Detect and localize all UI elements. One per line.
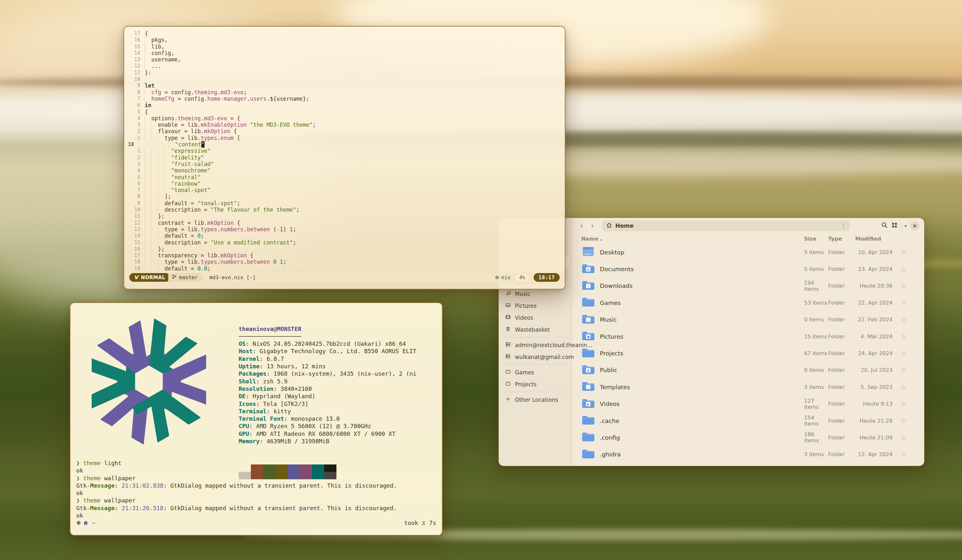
editor-line[interactable]: 4 options.theming.md3-evo = {: [124, 115, 565, 122]
column-modified[interactable]: Modified: [851, 236, 893, 242]
editor-line[interactable]: 10 description = "The flavour of the the…: [124, 207, 565, 213]
star-icon[interactable]: ☆: [893, 417, 915, 424]
file-row[interactable]: Desktop5 itemsFolder10. Apr 2024☆: [581, 244, 916, 261]
file-row[interactable]: ▤Documents5 itemsFolder23. Apr 2024☆: [581, 261, 916, 277]
file-row[interactable]: ♪Music0 itemsFolder22. Feb 2024☆: [581, 311, 916, 328]
grid-view-icon[interactable]: [891, 222, 897, 230]
file-row[interactable]: Games53 itemsFolder22. Apr 2024☆: [581, 294, 916, 311]
shell-input-line[interactable]: ❯: [76, 528, 436, 536]
editor-line[interactable]: 3 "fruit-salad": [124, 161, 565, 167]
editor-line[interactable]: 6 "rainbow": [124, 181, 565, 187]
editor-line[interactable]: 5{: [124, 109, 565, 115]
editor-line[interactable]: 11 };: [124, 213, 565, 219]
file-row[interactable]: ▢Templates3 itemsFolder5. Sep 2023☆: [581, 379, 916, 395]
editor-line[interactable]: 16 };: [124, 246, 565, 252]
star-icon[interactable]: ☆: [893, 332, 915, 340]
editor-line[interactable]: 5 "neutral": [124, 174, 565, 181]
palette-color: [324, 472, 336, 479]
terminal-window[interactable]: theaninova@MONSTER──────────────────OS: …: [70, 302, 442, 536]
file-row[interactable]: ♟Public0 itemsFolder20. Jul 2023☆: [581, 362, 916, 379]
star-icon[interactable]: ☆: [893, 400, 915, 408]
star-icon[interactable]: ☆: [893, 350, 915, 357]
editor-line[interactable]: 8 cfg = config.theming.md3-evo;: [124, 89, 565, 95]
fastfetch-output: theaninova@MONSTER──────────────────OS: …: [239, 310, 416, 494]
editor-line[interactable]: 2 flavour = lib.mkOption {: [124, 128, 565, 134]
editor-line[interactable]: 9 default = "tonal-spot";: [124, 200, 565, 207]
star-icon[interactable]: ☆: [893, 366, 915, 374]
editor-line[interactable]: 7 homeCfg = config.home-manager.users.${…: [124, 95, 565, 102]
file-row[interactable]: ↓Downloads194 itemsFolderHeute 20:36☆: [581, 278, 916, 294]
star-icon[interactable]: ☆: [893, 282, 915, 290]
star-icon[interactable]: ☆: [893, 265, 915, 273]
editor-line[interactable]: 10: [124, 76, 565, 82]
editor-line[interactable]: 19 default = 0.8;: [124, 265, 565, 272]
editor-code[interactable]: 17{16 pkgs,15 lib,14 config,13 username,…: [124, 27, 565, 273]
star-icon[interactable]: ☆: [893, 434, 915, 441]
search-icon[interactable]: [881, 222, 888, 230]
editor-line[interactable]: 1 type = lib.types.enum [: [124, 135, 565, 141]
file-row[interactable]: Projects67 itemsFolder24. Apr 2024☆: [581, 345, 916, 361]
palette-color: [275, 465, 287, 479]
file-row[interactable]: ▶Videos127 itemsFolderHeute 9:13☆: [581, 395, 916, 412]
editor-line[interactable]: 11}:: [124, 69, 565, 76]
file-name: Desktop: [597, 249, 804, 256]
editor-line[interactable]: 14 config,: [124, 50, 565, 56]
editor-line[interactable]: 2 "fidelity": [124, 154, 565, 161]
star-icon[interactable]: ☆: [893, 299, 915, 307]
column-size[interactable]: Size: [804, 236, 828, 242]
editor-line[interactable]: 15 lib,: [124, 44, 565, 50]
editor-line[interactable]: 6in: [124, 102, 565, 108]
editor-line[interactable]: 18 "content": [124, 141, 565, 148]
sidebar-item-other-locations[interactable]: Other Locations: [499, 394, 571, 406]
path-bar[interactable]: Home ⋮: [602, 220, 850, 231]
sidebar-item-label: Other Locations: [515, 397, 558, 403]
view-dropdown-icon[interactable]: ▾: [904, 224, 907, 228]
desktop-icon: [581, 246, 597, 258]
header-separator: [901, 222, 901, 229]
star-icon[interactable]: ☆: [893, 249, 915, 256]
column-type[interactable]: Type: [828, 236, 851, 242]
file-row[interactable]: .cache154 itemsFolderHeute 21:28☆: [581, 412, 916, 429]
column-name[interactable]: Name▴: [581, 236, 804, 242]
folder-icon: ▤: [581, 263, 597, 276]
path-menu-icon[interactable]: ⋮: [841, 223, 847, 229]
sidebar-item-music[interactable]: Music: [499, 288, 571, 300]
editor-line[interactable]: 17{: [124, 30, 565, 37]
editor-line[interactable]: 16 pkgs,: [124, 37, 565, 43]
editor-line[interactable]: 18 type = lib.types.numbers.between 0 1;: [124, 258, 565, 265]
folder-icon: ♪: [581, 313, 597, 326]
editor-line[interactable]: 3 enable = lib.mkEnableOption "the MD3-E…: [124, 122, 565, 128]
editor-line[interactable]: 4 "monochrome": [124, 167, 565, 174]
file-row[interactable]: ▣Pictures15 itemsFolder4. Mär 2024☆: [581, 328, 916, 345]
sidebar-item-pictures[interactable]: Pictures: [499, 300, 571, 311]
path-label: Home: [615, 223, 634, 229]
editor-line[interactable]: 15 description = "Use a modified contras…: [124, 239, 565, 246]
forward-button[interactable]: ›: [587, 220, 598, 231]
file-row[interactable]: .config186 itemsFolderHeute 21:09☆: [581, 429, 916, 446]
file-row[interactable]: .ghidra3 itemsFolder12. Apr 2024☆: [581, 446, 916, 463]
file-type: Folder: [828, 418, 851, 424]
sidebar-item-wastebasket[interactable]: Wastebasket: [499, 324, 571, 336]
editor-line[interactable]: 7 "tonal-spot": [124, 187, 565, 193]
sidebar-item-admin-nextcloud-theanin-[interactable]: admin@nextcloud.theanin…: [499, 339, 571, 351]
editor-line[interactable]: 13 username,: [124, 56, 565, 63]
folder-icon: [505, 369, 511, 376]
sidebar-item-wulkanat-gmail-com[interactable]: wulkanat@gmail.com: [499, 351, 571, 363]
star-icon[interactable]: ☆: [893, 383, 915, 391]
editor-statusline: V NORMAL master md3-evo.nix [-] ❄ nix 4%…: [124, 273, 565, 282]
sidebar-item-projects[interactable]: Projects: [499, 378, 571, 390]
close-button[interactable]: ×: [910, 221, 920, 231]
editor-line[interactable]: 13 type = lib.types.numbers.between (-1)…: [124, 226, 565, 232]
editor-line[interactable]: 1 "expressive": [124, 148, 565, 154]
editor-line[interactable]: 12 ...: [124, 63, 565, 69]
sidebar-item-videos[interactable]: Videos: [499, 311, 571, 324]
editor-line[interactable]: 9let: [124, 82, 565, 89]
back-button[interactable]: ‹: [576, 220, 587, 231]
star-icon[interactable]: ☆: [893, 316, 915, 324]
editor-line[interactable]: 17 transparency = lib.mkOption {: [124, 252, 565, 258]
editor-line[interactable]: 8 ];: [124, 193, 565, 200]
star-icon[interactable]: ☆: [893, 451, 915, 458]
editor-line[interactable]: 12 contrast = lib.mkOption {: [124, 220, 565, 226]
editor-line[interactable]: 14 default = 0;: [124, 232, 565, 239]
sidebar-item-games[interactable]: Games: [499, 366, 571, 378]
